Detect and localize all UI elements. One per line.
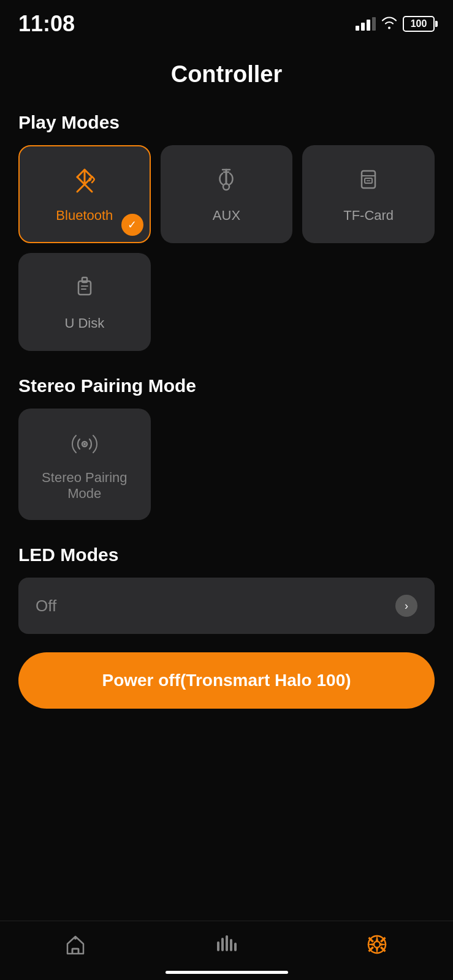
stereopairing-icon [69, 427, 101, 462]
udisk-icon [70, 273, 99, 308]
equalizer-icon [214, 933, 237, 961]
power-off-button[interactable]: Power off(Tronsmart Halo 100) [18, 652, 435, 709]
wifi-icon [381, 16, 398, 32]
aux-icon [211, 165, 241, 200]
led-row[interactable]: Off › [18, 578, 435, 634]
tfcard-icon [354, 165, 383, 200]
bluetooth-icon [70, 165, 99, 200]
play-modes-label: Play Modes [18, 112, 435, 133]
udisk-grid: U Disk [18, 253, 435, 351]
udisk-label: U Disk [64, 315, 104, 331]
svg-rect-18 [217, 941, 219, 951]
nav-home[interactable] [64, 933, 87, 961]
svg-point-24 [374, 941, 380, 948]
mode-bluetooth[interactable]: Bluetooth ✓ [18, 145, 151, 243]
stereo-section-label: Stereo Pairing Mode [18, 375, 435, 396]
svg-rect-4 [362, 171, 375, 188]
led-chevron-icon[interactable]: › [395, 595, 417, 617]
active-check: ✓ [121, 214, 143, 236]
stereopairing-label: Stereo PairingMode [42, 470, 127, 502]
svg-rect-20 [226, 935, 228, 951]
settings-icon [365, 932, 389, 962]
svg-rect-21 [230, 939, 232, 951]
play-modes-grid: Bluetooth ✓ AUX TF-Ca [18, 145, 435, 243]
signal-icon [356, 17, 376, 31]
svg-rect-9 [82, 277, 87, 282]
svg-rect-22 [234, 943, 237, 951]
led-current-value: Off [36, 597, 56, 616]
stereo-grid: Stereo PairingMode [18, 409, 435, 520]
status-icons: 100 [356, 16, 435, 32]
status-bar: 11:08 100 [0, 0, 453, 43]
page-title: Controller [0, 61, 453, 88]
home-indicator [166, 971, 288, 974]
nav-equalizer[interactable] [214, 933, 237, 961]
led-section-label: LED Modes [18, 545, 435, 565]
svg-point-17 [74, 937, 77, 940]
mode-aux[interactable]: AUX [161, 145, 293, 243]
nav-settings[interactable] [365, 932, 389, 962]
svg-rect-19 [221, 938, 224, 951]
led-modes-section: Off › [18, 578, 435, 634]
svg-rect-16 [72, 949, 78, 954]
status-time: 11:08 [18, 11, 75, 37]
mode-stereopairing[interactable]: Stereo PairingMode [18, 409, 151, 520]
svg-point-15 [83, 443, 86, 445]
mode-tfcard[interactable]: TF-Card [302, 145, 435, 243]
mode-udisk[interactable]: U Disk [18, 253, 151, 351]
bluetooth-label: Bluetooth [56, 208, 113, 224]
battery-icon: 100 [403, 16, 435, 32]
tfcard-label: TF-Card [343, 208, 394, 224]
aux-label: AUX [213, 208, 240, 224]
home-icon [64, 933, 87, 961]
svg-rect-8 [78, 281, 91, 295]
